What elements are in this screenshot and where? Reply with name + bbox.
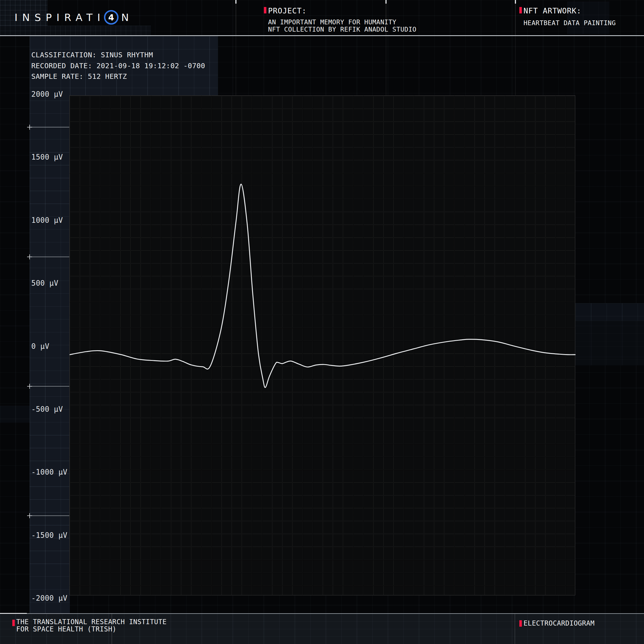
red-marker-icon xyxy=(264,7,266,13)
axis-tick-cross xyxy=(29,513,30,518)
axis-panel xyxy=(30,36,70,614)
institute-line-2: FOR SPACE HEALTH (TRISH) xyxy=(16,626,167,633)
y-axis-label: -2000 µV xyxy=(31,594,67,602)
logo-digit: 4 xyxy=(108,13,114,22)
axis-tick-line xyxy=(30,386,69,387)
decor-patch-left xyxy=(0,406,30,423)
logo-text-post: N xyxy=(121,12,134,23)
axis-tick-line xyxy=(30,127,69,127)
axis-tick-cross xyxy=(29,254,30,259)
red-marker-icon xyxy=(519,7,522,13)
y-axis-label: -1000 µV xyxy=(31,468,67,476)
edge-tick xyxy=(515,0,516,4)
edge-tick xyxy=(235,0,236,4)
y-axis-label: 1500 µV xyxy=(31,153,63,161)
nft-artwork-title: HEARTBEAT DATA PAINTING xyxy=(524,19,616,27)
logo-circle-4-icon: 4 xyxy=(104,10,119,25)
project-line-2: NFT COLLECTION BY REFIK ANADOL STUDIO xyxy=(268,26,416,33)
axis-tick-cross xyxy=(29,125,30,130)
y-axis-label: -1500 µV xyxy=(31,531,67,539)
red-marker-icon xyxy=(12,620,15,626)
y-axis-label: -500 µV xyxy=(31,405,63,413)
record-type-label: ELECTROCARDIOGRAM xyxy=(524,620,595,627)
logo-text-pre: INSPIRATI xyxy=(15,12,105,23)
ecg-trace xyxy=(70,184,576,387)
classification-text: CLASSIFICATION: SINUS RHYTHM xyxy=(31,50,205,61)
header-divider xyxy=(515,0,516,36)
header-divider xyxy=(236,0,236,36)
axis-tick-cross xyxy=(29,384,30,389)
y-axis-label: 2000 µV xyxy=(31,90,63,98)
y-axis-label: 500 µV xyxy=(31,279,58,287)
header-bar: INSPIRATI 4 N PROJECT: AN IMPORTANT MEMO… xyxy=(0,0,644,36)
footer-divider xyxy=(515,614,515,644)
y-axis-label: 1000 µV xyxy=(31,216,63,224)
inspiration4-logo: INSPIRATI 4 N xyxy=(15,8,134,26)
recorded-date-text: RECORDED DATE: 2021-09-18 19:12:02 -0700 xyxy=(31,61,205,72)
decor-patch-right-upper xyxy=(576,303,644,321)
header-bottom-border xyxy=(0,35,644,36)
project-line-1: AN IMPORTANT MEMORY FOR HUMANITY xyxy=(268,18,416,26)
y-axis-label: 0 µV xyxy=(31,342,49,351)
footer-top-border-highlight xyxy=(0,613,27,614)
red-marker-icon xyxy=(519,620,522,627)
ecg-waveform-svg xyxy=(70,96,576,596)
footer-top-border xyxy=(0,613,644,614)
axis-tick-line xyxy=(30,257,69,257)
decor-patch-right-lower xyxy=(576,321,644,365)
sample-rate-text: SAMPLE RATE: 512 HERTZ xyxy=(31,71,205,82)
axis-tick-line xyxy=(30,515,69,516)
project-label: PROJECT: xyxy=(268,6,307,15)
institute-line-1: THE TRANSLATIONAL RESEARCH INSTITUTE xyxy=(16,618,167,626)
ecg-plot-area xyxy=(69,95,575,595)
recording-metadata: CLASSIFICATION: SINUS RHYTHM RECORDED DA… xyxy=(31,50,205,82)
institute-name: THE TRANSLATIONAL RESEARCH INSTITUTE FOR… xyxy=(16,618,167,633)
nft-artwork-label: NFT ARTWORK: xyxy=(524,6,581,15)
edge-tick xyxy=(385,0,387,4)
project-description: AN IMPORTANT MEMORY FOR HUMANITY NFT COL… xyxy=(268,18,416,33)
